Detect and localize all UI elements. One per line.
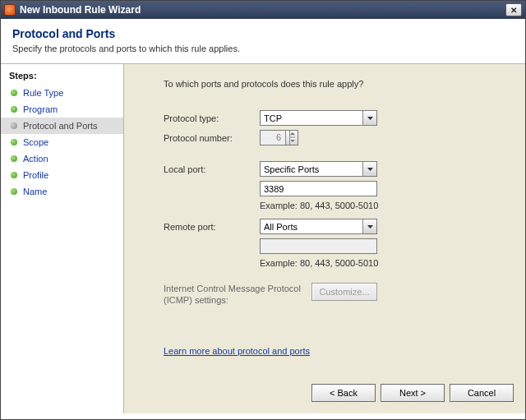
- svg-marker-3: [367, 168, 373, 171]
- learn-more-link[interactable]: Learn more about protocol and ports: [164, 346, 310, 356]
- protocol-type-label: Protocol type:: [164, 113, 260, 123]
- sidebar-title: Steps:: [1, 69, 123, 85]
- content-panel: To which ports and protocols does this r…: [124, 64, 525, 413]
- step-label: Protocol and Ports: [23, 121, 98, 131]
- remote-port-example: Example: 80, 443, 5000-5010: [260, 258, 510, 268]
- close-button[interactable]: ✕: [505, 3, 522, 16]
- main-area: Steps: Rule Type Program Protocol and Po…: [1, 64, 525, 413]
- local-port-select-value: Specific Ports: [264, 164, 319, 174]
- wizard-header: Protocol and Ports Specify the protocols…: [1, 19, 525, 64]
- page-title: Protocol and Ports: [12, 27, 514, 40]
- step-bullet-icon: [11, 155, 17, 162]
- page-subtitle: Specify the protocols and ports to which…: [12, 44, 514, 53]
- protocol-number-label: Protocol number:: [164, 133, 260, 143]
- local-port-input[interactable]: [260, 181, 377, 196]
- step-bullet-icon: [11, 122, 17, 129]
- steps-sidebar: Steps: Rule Type Program Protocol and Po…: [1, 64, 124, 413]
- titlebar: New Inbound Rule Wizard ✕: [1, 1, 525, 19]
- local-port-select[interactable]: Specific Ports: [260, 161, 377, 177]
- step-bullet-icon: [11, 188, 17, 195]
- step-item-rule-type[interactable]: Rule Type: [1, 85, 123, 101]
- next-button[interactable]: Next >: [381, 384, 445, 402]
- customize-button: Customize...: [311, 283, 377, 301]
- step-bullet-icon: [11, 90, 17, 96]
- window-title: New Inbound Rule Wizard: [20, 4, 505, 16]
- spinner-up-icon: [289, 131, 295, 138]
- chevron-down-icon: [362, 111, 376, 125]
- protocol-number-spinner: 6: [260, 130, 298, 145]
- close-icon: ✕: [510, 6, 517, 15]
- step-label: Rule Type: [23, 88, 63, 98]
- protocol-type-select[interactable]: TCP: [260, 110, 377, 126]
- step-label: Program: [23, 104, 58, 114]
- local-port-example: Example: 80, 443, 5000-5010: [260, 201, 510, 210]
- svg-marker-2: [290, 140, 295, 142]
- protocol-number-value: 6: [276, 132, 281, 142]
- firewall-app-icon: [4, 4, 16, 16]
- step-label: Scope: [23, 137, 48, 147]
- cancel-button[interactable]: Cancel: [450, 384, 514, 402]
- back-button[interactable]: < Back: [311, 384, 376, 402]
- step-label: Profile: [23, 170, 48, 180]
- step-label: Action: [23, 154, 48, 164]
- icmp-settings-label: Internet Control Message Protocol (ICMP)…: [164, 283, 311, 307]
- chevron-down-icon: [362, 162, 376, 176]
- remote-port-label: Remote port:: [164, 222, 260, 232]
- remote-port-input: [260, 238, 377, 254]
- step-item-program[interactable]: Program: [1, 101, 123, 118]
- svg-marker-4: [367, 225, 373, 228]
- protocol-type-value: TCP: [264, 113, 282, 123]
- local-port-label: Local port:: [164, 164, 260, 174]
- svg-marker-0: [367, 117, 373, 120]
- step-bullet-icon: [11, 172, 17, 178]
- remote-port-select-value: All Ports: [264, 222, 298, 232]
- remote-port-select[interactable]: All Ports: [260, 219, 377, 234]
- wizard-footer-buttons: < Back Next > Cancel: [311, 384, 514, 402]
- step-item-action[interactable]: Action: [1, 150, 123, 167]
- step-bullet-icon: [11, 106, 17, 113]
- step-item-scope[interactable]: Scope: [1, 134, 123, 150]
- step-label: Name: [23, 187, 47, 196]
- step-item-profile[interactable]: Profile: [1, 167, 123, 183]
- content-question: To which ports and protocols does this r…: [164, 79, 510, 89]
- spinner-down-icon: [289, 138, 295, 145]
- chevron-down-icon: [362, 219, 376, 233]
- step-item-name[interactable]: Name: [1, 183, 123, 200]
- step-item-protocol-ports[interactable]: Protocol and Ports: [1, 118, 123, 134]
- svg-marker-1: [290, 132, 295, 135]
- step-bullet-icon: [11, 139, 17, 145]
